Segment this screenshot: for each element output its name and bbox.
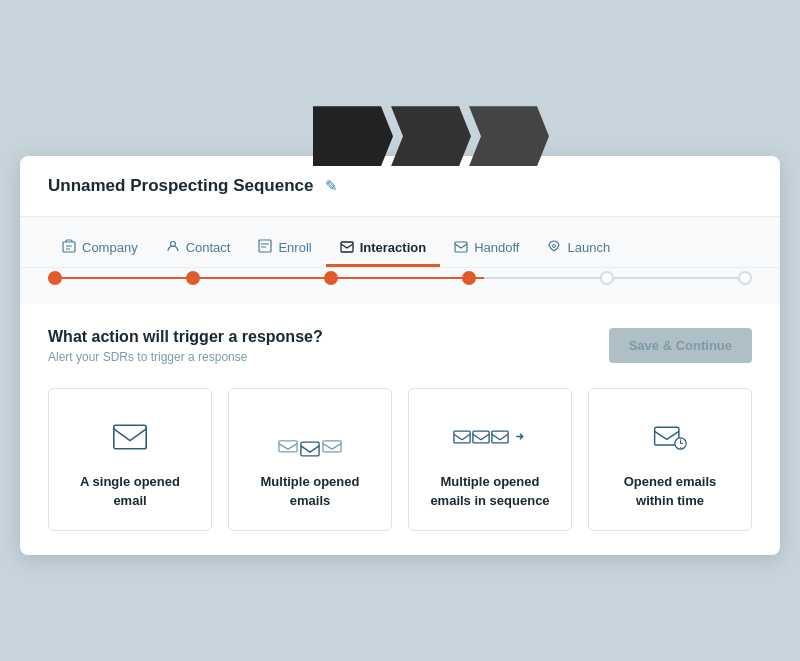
steps-list: Company Contact <box>48 231 752 267</box>
option-sequence-email[interactable]: Multiple opened emails in sequence <box>408 388 572 530</box>
svg-rect-16 <box>491 431 507 443</box>
contact-icon <box>166 239 180 256</box>
steps-navigation: Company Contact <box>20 217 780 268</box>
svg-point-9 <box>553 245 556 248</box>
options-grid: A single opened email <box>48 388 752 530</box>
handoff-icon <box>454 240 468 256</box>
sequence-email-icon <box>453 417 528 457</box>
sequence-email-label: Multiple opened emails in sequence <box>425 473 555 509</box>
page-wrapper: Unnamed Prospecting Sequence ✎ Company <box>20 106 780 554</box>
svg-rect-13 <box>323 441 341 452</box>
interaction-icon <box>340 240 354 256</box>
option-time-email[interactable]: Opened emails within time <box>588 388 752 530</box>
svg-rect-11 <box>279 441 297 452</box>
time-email-icon <box>653 417 687 457</box>
dot-company <box>48 271 62 285</box>
svg-rect-0 <box>63 242 75 252</box>
svg-rect-15 <box>472 431 488 443</box>
step-interaction-label: Interaction <box>360 240 426 255</box>
dot-enroll <box>324 271 338 285</box>
option-single-email[interactable]: A single opened email <box>48 388 212 530</box>
step-handoff-label: Handoff <box>474 240 519 255</box>
step-interaction[interactable]: Interaction <box>326 232 440 267</box>
step-handoff[interactable]: Handoff <box>440 232 533 267</box>
progress-track <box>20 268 780 304</box>
step-company[interactable]: Company <box>48 231 152 267</box>
dot-handoff <box>600 271 614 285</box>
dot-contact <box>186 271 200 285</box>
sequence-title: Unnamed Prospecting Sequence <box>48 176 313 196</box>
svg-rect-10 <box>114 426 146 449</box>
svg-rect-14 <box>453 431 469 443</box>
step-enroll-label: Enroll <box>278 240 311 255</box>
step-launch-label: Launch <box>567 240 610 255</box>
svg-rect-7 <box>341 242 353 252</box>
main-card: Unnamed Prospecting Sequence ✎ Company <box>20 156 780 554</box>
step-company-label: Company <box>82 240 138 255</box>
step-contact-label: Contact <box>186 240 231 255</box>
svg-rect-8 <box>455 242 467 252</box>
single-email-icon <box>112 417 148 457</box>
svg-rect-12 <box>301 442 319 456</box>
step-enroll[interactable]: Enroll <box>244 231 325 267</box>
step-launch[interactable]: Launch <box>533 231 624 267</box>
main-content: What action will trigger a response? Ale… <box>20 304 780 554</box>
svg-rect-4 <box>259 240 271 252</box>
enroll-icon <box>258 239 272 256</box>
multiple-email-icon <box>278 417 342 457</box>
section-subtitle: Alert your SDRs to trigger a response <box>48 350 323 364</box>
dot-interaction <box>462 271 476 285</box>
progress-line <box>48 268 752 288</box>
launch-icon <box>547 239 561 256</box>
section-text: What action will trigger a response? Ale… <box>48 328 323 364</box>
progress-dots <box>48 271 752 285</box>
edit-icon[interactable]: ✎ <box>325 177 338 195</box>
company-icon <box>62 239 76 256</box>
dot-launch <box>738 271 752 285</box>
section-header: What action will trigger a response? Ale… <box>48 328 752 364</box>
option-multiple-email[interactable]: Multiple opened emails <box>228 388 392 530</box>
section-title: What action will trigger a response? <box>48 328 323 346</box>
single-email-label: A single opened email <box>65 473 195 509</box>
step-contact[interactable]: Contact <box>152 231 245 267</box>
save-continue-button[interactable]: Save & Continue <box>609 328 752 363</box>
multiple-email-label: Multiple opened emails <box>245 473 375 509</box>
time-email-label: Opened emails within time <box>605 473 735 509</box>
